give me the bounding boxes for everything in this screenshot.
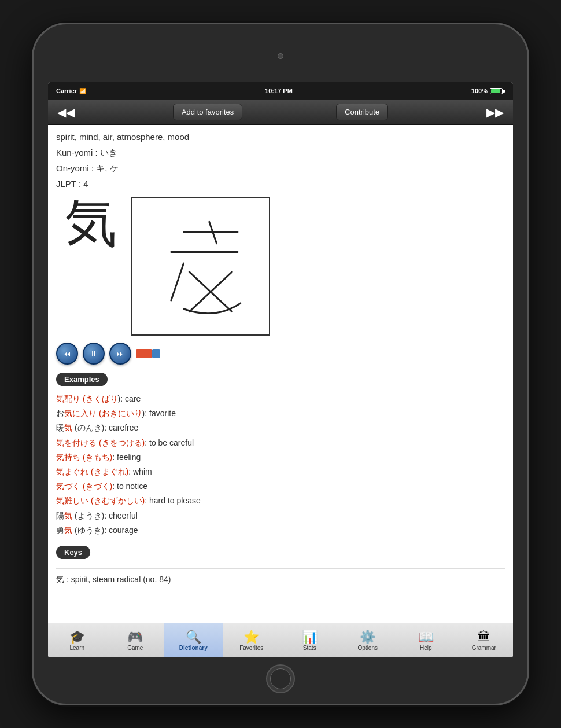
dictionary-icon: 🔍 (186, 631, 201, 644)
eraser-icon[interactable] (136, 347, 160, 361)
tab-dictionary[interactable]: 🔍 Dictionary (164, 623, 223, 657)
contribute-button[interactable]: Contribute (336, 104, 388, 120)
tab-stats[interactable]: 📊 Stats (280, 623, 339, 657)
back-button[interactable]: ◀◀ (53, 103, 79, 122)
stroke-order-box (131, 197, 270, 336)
tab-favorites[interactable]: ⭐ Favorites (223, 623, 281, 657)
meaning-text: spirit, mind, air, atmosphere, mood (56, 132, 505, 142)
tab-game[interactable]: 🎮 Game (106, 623, 165, 657)
example-1: 気配り (きくばり): care (56, 392, 505, 406)
tab-grammar[interactable]: 🏛 Grammar (455, 623, 514, 657)
options-icon: ⚙️ (360, 631, 375, 644)
tab-stats-label: Stats (303, 645, 316, 651)
grammar-icon: 🏛 (478, 631, 490, 644)
svg-rect-0 (136, 349, 152, 358)
key-item-1: 気 : spirit, steam radical (no. 84) (56, 572, 505, 587)
learn-icon: 🎓 (69, 631, 85, 644)
audio-controls: ⏮ ⏸ ⏭ (56, 343, 505, 365)
device-frame: Carrier 📶 10:17 PM 100% ◀◀ Add to favori… (32, 23, 529, 705)
carrier-label: Carrier (56, 87, 77, 94)
example-10: 勇気 (ゆうき): courage (56, 523, 505, 538)
help-icon: 📖 (418, 631, 434, 644)
battery-icon (490, 88, 505, 94)
content-area: spirit, mind, air, atmosphere, mood Kun-… (48, 125, 513, 623)
favorites-icon: ⭐ (243, 631, 259, 644)
tab-dictionary-label: Dictionary (179, 645, 208, 651)
battery-body (490, 88, 503, 94)
tab-help-label: Help (420, 645, 432, 651)
keys-badge: Keys (56, 546, 90, 559)
tab-help[interactable]: 📖 Help (397, 623, 455, 657)
tab-favorites-label: Favorites (239, 645, 263, 651)
svg-rect-1 (152, 349, 160, 358)
example-4: 気を付ける (きをつける): to be careful (56, 436, 505, 450)
jlpt: JLPT : 4 (56, 179, 505, 189)
tab-learn-label: Learn (69, 645, 84, 651)
tab-learn[interactable]: 🎓 Learn (48, 623, 106, 657)
example-8: 気難しい (きむずかしい): hard to please (56, 494, 505, 508)
example-2: お気に入り (おきにいり): favorite (56, 406, 505, 421)
example-6: 気まぐれ (きまぐれ): whim (56, 465, 505, 479)
camera (278, 53, 283, 59)
tab-options-label: Options (358, 645, 378, 651)
status-left: Carrier 📶 (56, 87, 86, 94)
battery-fill (491, 89, 500, 93)
example-5: 気持ち (きもち): feeling (56, 450, 505, 465)
fast-forward-button[interactable]: ⏭ (109, 343, 131, 365)
example-3: 暖気 (のんき): carefree (56, 421, 505, 435)
example-9: 陽気 (ようき): cheerful (56, 509, 505, 523)
add-favorites-button[interactable]: Add to favorites (173, 104, 242, 120)
tab-bar: 🎓 Learn 🎮 Game 🔍 Dictionary ⭐ Favorites … (48, 623, 513, 657)
tab-options[interactable]: ⚙️ Options (339, 623, 397, 657)
wifi-icon: 📶 (79, 88, 86, 94)
on-yomi: On-yomi : キ, ケ (56, 163, 505, 174)
examples-list: 気配り (きくばり): care お気に入り (おきにいり): favorite… (56, 392, 505, 538)
tab-grammar-label: Grammar (472, 645, 496, 651)
pause-button[interactable]: ⏸ (83, 343, 105, 365)
device-screen: Carrier 📶 10:17 PM 100% ◀◀ Add to favori… (48, 82, 513, 657)
home-button-inner (270, 668, 291, 689)
kanji-section: 気 (56, 197, 505, 336)
time-label: 10:17 PM (265, 87, 293, 94)
kanji-large: 気 (56, 197, 126, 249)
battery-tip (503, 90, 505, 93)
examples-badge: Examples (56, 373, 108, 386)
status-bar: Carrier 📶 10:17 PM 100% (48, 82, 513, 100)
home-button[interactable] (266, 664, 295, 693)
rewind-button[interactable]: ⏮ (56, 343, 78, 365)
battery-percent: 100% (471, 87, 488, 94)
tab-game-label: Game (127, 645, 143, 651)
keys-divider (56, 568, 505, 569)
forward-button[interactable]: ▶▶ (482, 103, 508, 122)
example-7: 気づく (きづく): to notice (56, 479, 505, 494)
kun-yomi: Kun-yomi : いき (56, 148, 505, 159)
game-icon: 🎮 (127, 631, 143, 644)
stats-icon: 📊 (302, 631, 318, 644)
status-right: 100% (471, 87, 505, 94)
keys-section: Keys 気 : spirit, steam radical (no. 84) (56, 546, 505, 587)
toolbar: ◀◀ Add to favorites Contribute ▶▶ (48, 100, 513, 125)
